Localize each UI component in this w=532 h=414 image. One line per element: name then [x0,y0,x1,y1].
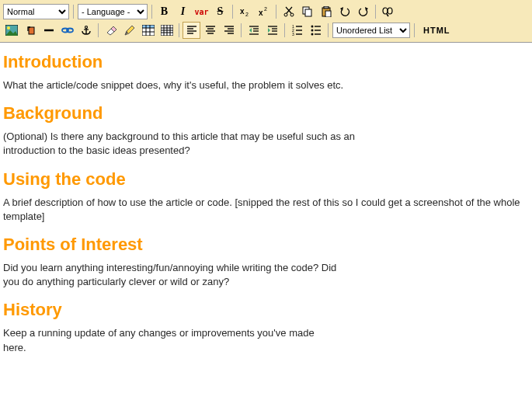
svg-point-15 [383,8,388,14]
image-button[interactable] [3,23,19,38]
eraser-button[interactable] [103,23,119,38]
section-body: What the article/code snippet does, why … [3,78,529,92]
svg-rect-9 [305,9,311,16]
separator [232,5,233,19]
separator [73,5,74,19]
svg-point-73 [311,30,313,32]
svg-point-5 [290,13,294,16]
section-body: Keep a running update of any changes or … [3,326,329,354]
align-center-button[interactable] [202,23,218,38]
superscript-button[interactable]: x2 [256,4,272,19]
separator [241,23,242,37]
pencil-button[interactable] [121,23,137,38]
attach-button[interactable] [22,23,38,38]
svg-line-17 [387,14,388,16]
svg-marker-57 [249,28,252,33]
section-heading: Points of Interest [3,235,529,255]
toolbar-row-1: Normal - Language - B I var S x2 x2 [3,2,529,21]
find-button[interactable] [380,4,396,19]
bold-button[interactable]: B [156,4,172,19]
svg-line-6 [287,7,292,13]
subscript-button[interactable]: x2 [237,4,253,19]
svg-text:2: 2 [264,6,267,12]
separator [179,23,179,37]
section-body: A brief description of how to use the ar… [3,196,529,224]
style-select[interactable]: Normal [3,4,69,19]
var-button[interactable]: var [193,4,210,19]
separator [98,23,99,37]
section-heading: Introduction [3,52,529,72]
language-select[interactable]: - Language - [78,4,148,19]
svg-point-74 [311,33,313,36]
redo-button[interactable] [355,4,371,19]
outdent-button[interactable] [245,23,262,38]
html-button[interactable]: HTML [419,24,455,37]
hr-button[interactable] [40,23,57,38]
svg-text:x: x [259,9,263,17]
separator [276,5,276,19]
italic-button[interactable]: I [175,4,191,19]
svg-rect-33 [142,25,155,28]
indent-button[interactable] [264,23,280,38]
svg-text:2: 2 [245,12,249,17]
svg-point-16 [388,8,392,14]
svg-rect-11 [324,6,329,9]
anchor-button[interactable] [78,23,94,38]
undo-button[interactable] [336,4,353,19]
svg-text:3: 3 [292,32,294,36]
table-button[interactable] [140,23,156,38]
svg-rect-21 [29,27,34,34]
section-heading: Using the code [3,169,529,190]
copy-button[interactable] [299,4,315,19]
toolbar: Normal - Language - B I var S x2 x2 [0,0,532,43]
list-type-select[interactable]: Unordered List [332,23,410,38]
separator [375,5,376,19]
align-right-button[interactable] [221,23,237,38]
link-button[interactable] [59,23,75,38]
section-heading: Background [3,103,529,124]
cut-button[interactable] [280,4,297,19]
unordered-list-button[interactable] [308,23,324,38]
grid-button[interactable] [158,23,175,38]
separator [328,23,329,37]
align-left-button[interactable] [183,23,200,38]
svg-rect-12 [325,11,331,17]
separator [414,23,415,37]
svg-text:x: x [240,7,245,16]
paste-button[interactable] [318,4,334,19]
ordered-list-button[interactable]: 123 [289,23,305,38]
editor-content[interactable]: Introduction What the article/code snipp… [0,43,532,369]
toolbar-row-2: 123 Unordered List HTML [3,21,529,40]
svg-point-4 [284,13,287,16]
svg-line-7 [286,7,291,13]
separator [284,23,285,37]
strikethrough-button[interactable]: S [212,4,228,19]
svg-point-19 [7,26,10,30]
svg-point-72 [311,26,313,28]
section-heading: History [3,300,529,320]
section-body: Did you learn anything interesting/fun/a… [3,261,345,289]
separator [151,5,152,19]
section-body: (Optional) Is there any background to th… [3,130,360,158]
svg-marker-62 [268,28,270,33]
